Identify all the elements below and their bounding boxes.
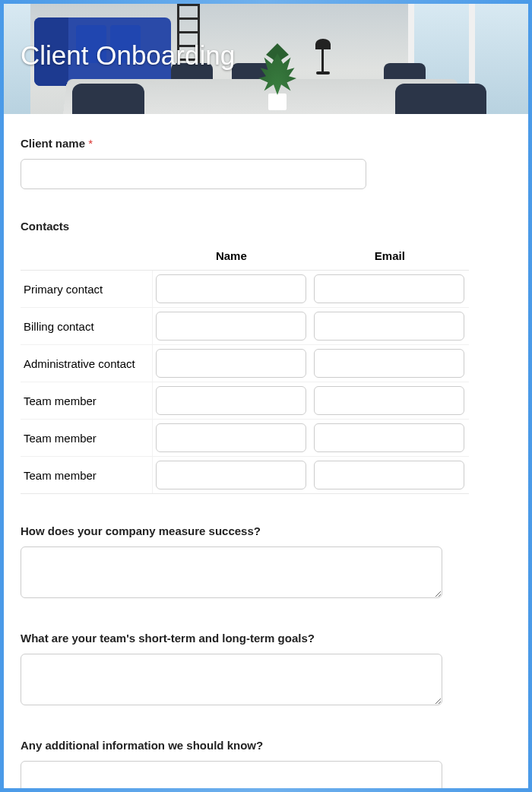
client-name-label: Client name * — [21, 137, 511, 150]
row-label: Administrative contact — [21, 345, 152, 382]
table-row: Primary contact — [21, 271, 469, 308]
contact-name-input[interactable] — [156, 461, 306, 489]
additional-textarea[interactable] — [21, 761, 442, 788]
decor-lamp — [321, 48, 324, 72]
contact-name-input[interactable] — [156, 274, 306, 303]
row-label: Billing contact — [21, 308, 152, 345]
field-contacts: Contacts Name Email Primary contact — [21, 220, 511, 494]
contacts-label: Contacts — [21, 220, 511, 233]
contact-name-input[interactable] — [156, 423, 306, 452]
contacts-table: Name Email Primary contact Billing conta… — [21, 242, 469, 494]
label-text: Client name — [21, 137, 85, 150]
field-goals: What are your team's short-term and long… — [21, 632, 511, 708]
goals-label: What are your team's short-term and long… — [21, 632, 511, 645]
column-header-email: Email — [311, 242, 469, 271]
additional-label: Any additional information we should kno… — [21, 739, 511, 752]
success-textarea[interactable] — [21, 546, 442, 598]
contact-email-input[interactable] — [314, 312, 464, 341]
table-row: Team member — [21, 382, 469, 420]
header-image: Client Onboarding — [4, 4, 528, 114]
goals-textarea[interactable] — [21, 654, 442, 705]
table-row: Billing contact — [21, 308, 469, 345]
table-row: Administrative contact — [21, 345, 469, 382]
field-client-name: Client name * — [21, 137, 511, 189]
column-header-name: Name — [152, 242, 311, 271]
page-title: Client Onboarding — [21, 40, 235, 71]
contact-name-input[interactable] — [156, 386, 306, 415]
contact-name-input[interactable] — [156, 312, 306, 341]
contact-email-input[interactable] — [314, 386, 464, 415]
field-additional: Any additional information we should kno… — [21, 739, 511, 788]
success-label: How does your company measure success? — [21, 524, 511, 537]
contact-email-input[interactable] — [314, 423, 464, 452]
form-body: Client name * Contacts Name Email Primar… — [4, 114, 528, 788]
row-label: Team member — [21, 457, 152, 494]
contact-email-input[interactable] — [314, 349, 464, 378]
row-label: Team member — [21, 420, 152, 457]
decor-chair — [72, 84, 144, 114]
decor-chair — [395, 84, 486, 114]
row-label: Primary contact — [21, 271, 152, 308]
contact-email-input[interactable] — [314, 274, 464, 303]
client-name-input[interactable] — [21, 159, 366, 189]
table-row: Team member — [21, 457, 469, 494]
contact-name-input[interactable] — [156, 349, 306, 378]
row-label: Team member — [21, 382, 152, 420]
contact-email-input[interactable] — [314, 461, 464, 489]
table-corner — [21, 242, 152, 271]
form-container: Client Onboarding Client name * Contacts… — [4, 4, 528, 788]
decor-plant — [255, 49, 300, 110]
required-marker: * — [88, 137, 93, 150]
table-row: Team member — [21, 420, 469, 457]
field-success: How does your company measure success? — [21, 524, 511, 601]
